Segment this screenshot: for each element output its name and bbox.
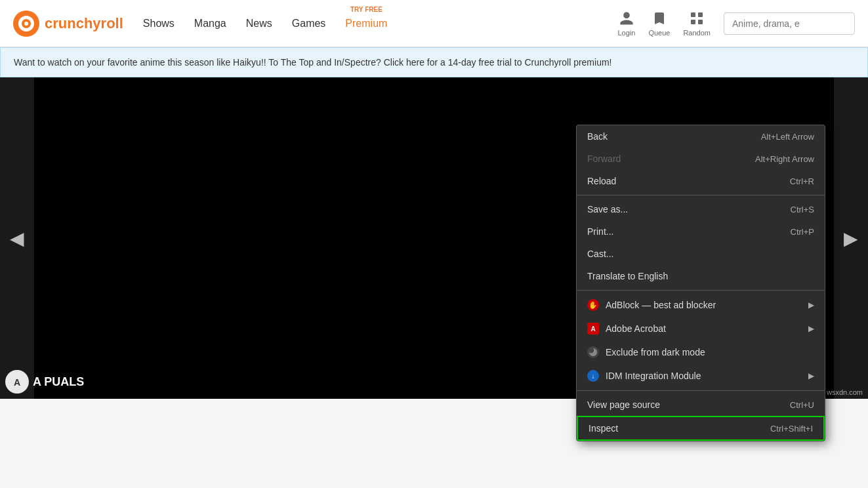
svg-point-3 (24, 22, 28, 26)
context-menu-item-left-print: Print... (587, 226, 613, 237)
login-label: Login (617, 29, 635, 37)
context-menu-item-left-inspect: Inspect (589, 423, 618, 434)
appuals-watermark: A A PUALS (5, 370, 84, 394)
crunchyroll-logo-icon (13, 10, 39, 37)
nav-news[interactable]: News (246, 18, 272, 30)
context-menu-label-cast: Cast... (587, 249, 613, 259)
context-menu-label-reload: Reload (587, 176, 616, 186)
svg-rect-6 (691, 20, 695, 24)
context-menu-item-left-translate: Translate to English (587, 271, 668, 281)
context-menu-right-inspect: Ctrl+Shift+I (770, 424, 813, 434)
svg-rect-7 (698, 20, 703, 24)
context-menu-label-adobe: Adobe Acrobat (606, 323, 666, 334)
context-menu-shortcut-forward: Alt+Right Arrow (755, 154, 814, 164)
user-icon (619, 10, 634, 26)
context-menu-label-idm: IDM Integration Module (606, 371, 701, 381)
context-menu-label-back: Back (587, 131, 608, 142)
try-free-label: TRY FREE (350, 6, 382, 13)
nav-premium[interactable]: TRY FREE Premium (345, 18, 387, 30)
svg-rect-4 (691, 12, 695, 17)
context-menu-item-forward: ForwardAlt+Right Arrow (577, 148, 825, 170)
context-menu-item-left-adobe: A Adobe Acrobat (587, 323, 666, 335)
context-menu-label-translate: Translate to English (587, 271, 668, 281)
svg-text:↓: ↓ (592, 373, 595, 380)
context-menu-right-save-as: Ctrl+S (791, 205, 814, 214)
context-menu-item-left-dark-mode: Exclude from dark mode (587, 346, 705, 358)
nav-manga[interactable]: Manga (194, 18, 226, 30)
context-menu-item-left-back: Back (587, 131, 608, 142)
context-menu-item-left-save-as: Save as... (587, 204, 628, 214)
promo-banner[interactable]: Want to watch on your favorite anime thi… (0, 47, 868, 77)
context-menu-right-print: Ctrl+P (791, 227, 814, 237)
context-menu-item-idm[interactable]: ↓ IDM Integration Module▶ (577, 364, 825, 388)
context-menu-item-adblock[interactable]: ✋ AdBlock — best ad blocker▶ (577, 293, 825, 317)
svg-rect-5 (698, 12, 703, 17)
context-menu-label-dark-mode: Exclude from dark mode (606, 347, 705, 357)
header-right: Login Queue Random (617, 10, 855, 37)
context-menu-item-view-source[interactable]: View page sourceCtrl+U (577, 394, 825, 416)
context-menu-right-view-source: Ctrl+U (790, 400, 814, 410)
context-menu-item-reload[interactable]: ReloadCtrl+R (577, 170, 825, 192)
queue-label: Queue (648, 29, 670, 37)
appuals-text: A PUALS (33, 375, 84, 389)
queue-button[interactable]: Queue (648, 10, 670, 37)
logo-area[interactable]: crunchyroll (13, 10, 123, 37)
context-menu-right-adblock: ▶ (808, 300, 814, 310)
context-menu-item-cast[interactable]: Cast... (577, 243, 825, 265)
context-menu-shortcut-view-source: Ctrl+U (790, 400, 814, 410)
banner-text: Want to watch on your favorite anime thi… (14, 57, 611, 68)
context-menu-item-dark-mode[interactable]: Exclude from dark mode (577, 340, 825, 364)
context-menu-shortcut-save-as: Ctrl+S (791, 205, 814, 214)
nav-games[interactable]: Games (292, 18, 326, 30)
slider-prev-arrow[interactable]: ◀ (0, 214, 34, 262)
header: crunchyroll Shows Manga News Games TRY F… (0, 0, 868, 47)
logo-text: crunchyroll (45, 15, 123, 32)
context-menu-separator (577, 390, 825, 391)
context-menu-right-reload: Ctrl+R (790, 176, 814, 186)
context-menu-label-print: Print... (587, 226, 613, 237)
context-menu-item-left-adblock: ✋ AdBlock — best ad blocker (587, 299, 716, 311)
context-menu-right-idm: ▶ (808, 371, 814, 380)
context-menu-item-inspect[interactable]: InspectCtrl+Shift+I (577, 416, 825, 441)
main-nav: Shows Manga News Games TRY FREE Premium (143, 18, 618, 30)
random-button[interactable]: Random (683, 10, 711, 37)
context-menu-right-forward: Alt+Right Arrow (755, 154, 814, 164)
bookmark-icon (651, 10, 667, 26)
context-menu-item-save-as[interactable]: Save as...Ctrl+S (577, 198, 825, 220)
search-input[interactable] (724, 12, 855, 35)
submenu-arrow-idm: ▶ (808, 371, 814, 380)
slider-next-arrow[interactable]: ▶ (834, 214, 868, 262)
svg-text:A: A (590, 325, 595, 333)
context-menu-label-adblock: AdBlock — best ad blocker (606, 300, 716, 310)
context-menu-separator (577, 195, 825, 195)
context-menu-item-adobe[interactable]: A Adobe Acrobat▶ (577, 317, 825, 340)
context-menu-item-back[interactable]: BackAlt+Left Arrow (577, 125, 825, 148)
context-menu-item-print[interactable]: Print...Ctrl+P (577, 220, 825, 243)
context-menu-right-adobe: ▶ (808, 324, 814, 333)
context-menu-item-left-cast: Cast... (587, 249, 613, 259)
appuals-icon: A (5, 370, 29, 394)
svg-text:A: A (14, 377, 20, 388)
svg-text:✋: ✋ (589, 300, 598, 310)
context-menu-label-save-as: Save as... (587, 204, 628, 214)
login-button[interactable]: Login (617, 10, 635, 37)
context-menu-separator (577, 290, 825, 291)
nav-shows[interactable]: Shows (143, 18, 175, 30)
wsxdn-watermark: wsxdn.com (827, 388, 863, 396)
submenu-arrow-adblock: ▶ (808, 300, 814, 310)
context-menu-shortcut-inspect: Ctrl+Shift+I (770, 424, 813, 434)
context-menu-item-translate[interactable]: Translate to English (577, 265, 825, 287)
context-menu-label-inspect: Inspect (589, 423, 618, 434)
random-icon (689, 10, 705, 26)
context-menu-label-view-source: View page source (587, 399, 660, 410)
context-menu: BackAlt+Left ArrowForwardAlt+Right Arrow… (576, 125, 825, 441)
context-menu-item-left-idm: ↓ IDM Integration Module (587, 370, 701, 382)
context-menu-item-left-view-source: View page source (587, 399, 660, 410)
context-menu-label-forward: Forward (587, 153, 621, 164)
context-menu-shortcut-print: Ctrl+P (791, 227, 814, 237)
context-menu-item-left-forward: Forward (587, 153, 621, 164)
random-label: Random (683, 29, 711, 37)
context-menu-shortcut-back: Alt+Left Arrow (761, 132, 814, 142)
submenu-arrow-adobe: ▶ (808, 324, 814, 333)
context-menu-right-back: Alt+Left Arrow (761, 132, 814, 142)
